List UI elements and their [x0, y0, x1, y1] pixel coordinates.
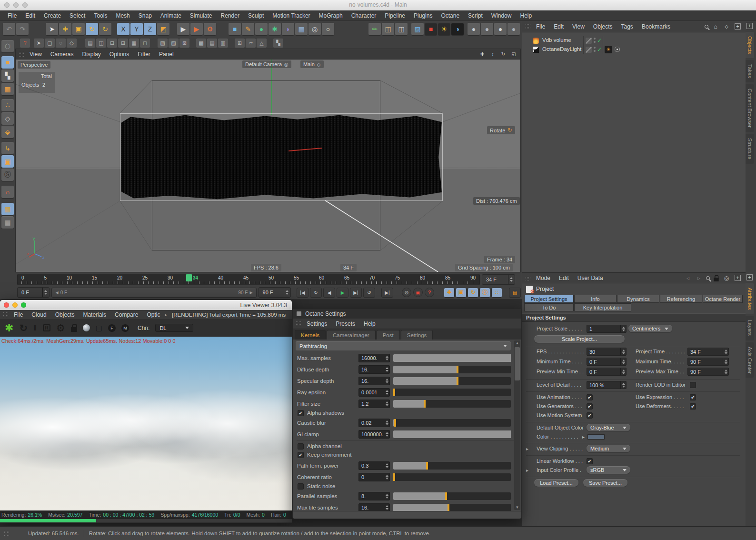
time-value-field[interactable]: 90 F — [687, 358, 729, 366]
window-titlebar[interactable]: no-volumes.c4d - Main — [0, 0, 756, 10]
view-clipping-dropdown[interactable]: Medium — [587, 445, 630, 452]
scrollbar[interactable]: ▲ ▼ — [514, 340, 520, 510]
expand-arrow-icon[interactable]: ▸ — [526, 468, 528, 473]
timeline-tick[interactable]: 55 — [294, 275, 299, 280]
panel-grip-icon[interactable] — [3, 312, 9, 318]
toggle-view-icon[interactable]: ◱ — [510, 51, 517, 57]
object-manager-menu-item[interactable]: Bookmarks — [638, 22, 674, 31]
stepper[interactable] — [620, 381, 626, 389]
next-frame-button[interactable]: ▶| — [350, 288, 362, 298]
mirror-icon[interactable]: ⊠ — [179, 39, 189, 48]
octane-tag-icon[interactable] — [615, 47, 620, 52]
current-frame-field[interactable]: 34 F — [482, 274, 515, 285]
edges-mode-icon[interactable]: ◇ — [1, 112, 14, 125]
rotate-view-icon[interactable]: ↻ — [499, 51, 507, 57]
timeline-tick[interactable]: 5 — [44, 275, 47, 280]
layer-chip[interactable] — [586, 47, 592, 53]
stepper[interactable] — [620, 325, 626, 332]
use-flag-checkbox[interactable]: ✔ — [690, 403, 696, 410]
stepper[interactable] — [620, 348, 626, 355]
render-view-icon[interactable]: ▶ — [177, 23, 189, 35]
goto-start-button[interactable]: |◀ — [297, 288, 308, 298]
timeline-tick[interactable]: 15 — [92, 275, 97, 280]
stepper[interactable] — [384, 419, 389, 427]
time-value-field[interactable]: 0 F — [587, 368, 627, 376]
lock-icon[interactable] — [714, 278, 718, 281]
stepper[interactable] — [723, 358, 728, 365]
menu-item[interactable]: File — [4, 11, 20, 20]
menu-item[interactable]: Tools — [90, 11, 111, 20]
octane-menu-item[interactable]: Presets — [332, 320, 359, 328]
attribute-tab[interactable]: Project Settings — [524, 295, 574, 303]
viewport-canvas[interactable]: Perspective Default Camera Main Total Ob… — [16, 60, 520, 272]
panel-grip-icon[interactable] — [19, 51, 25, 57]
pause-render-icon[interactable]: ‖ — [33, 324, 37, 332]
render-settings-icon[interactable]: ⚙ — [56, 322, 65, 334]
object-manager-menu-item[interactable]: File — [532, 22, 549, 31]
param-value-field[interactable]: 8. — [358, 492, 390, 500]
menu-overflow-icon[interactable]: ▸ — [165, 312, 167, 317]
octane-daylight-icon[interactable]: ☀ — [438, 23, 450, 35]
viewport-menu-item[interactable]: Cameras — [47, 50, 78, 59]
viewport[interactable]: ViewCamerasDisplayOptionsFilterPanel ✚↕↻… — [15, 49, 521, 272]
alpha-shadows-checkbox[interactable]: ✔ — [298, 410, 304, 416]
octane-camera-icon[interactable]: ■ — [425, 23, 437, 35]
render-canvas[interactable]: Check:64ms./2ms. MeshGen:29ms. Update65m… — [0, 337, 292, 510]
param-value-field[interactable]: 16. — [358, 503, 390, 511]
default-color-dropdown[interactable]: Gray-Blue — [587, 424, 630, 431]
param-slider[interactable] — [393, 354, 511, 362]
param-value-field[interactable]: 16000. — [358, 354, 390, 362]
timeline-tick[interactable]: 0 — [21, 275, 24, 280]
x-axis-lock-icon[interactable]: X — [117, 23, 129, 35]
picking-region-icon[interactable]: ▢ — [96, 324, 102, 332]
timeline-tick[interactable]: 70 — [369, 275, 375, 280]
key-pla-button[interactable]: ∷ — [491, 288, 502, 298]
attribute-tab[interactable]: To Do — [524, 303, 574, 311]
octane-tab[interactable]: Kernels — [295, 330, 326, 340]
stepper[interactable] — [723, 368, 728, 375]
object-row-octanedaylight[interactable]: OctaneDayLight ✓ — [522, 45, 746, 54]
play-button[interactable]: ▶ — [337, 288, 348, 298]
dock-tab[interactable]: Axis Center — [746, 342, 754, 378]
polygons-mode-icon[interactable]: ⬙ — [1, 126, 14, 138]
dock-tab[interactable]: Takes — [746, 60, 754, 82]
history-back-icon[interactable] — [684, 275, 692, 281]
timeline-ruler[interactable]: 051015202530344045505560657075808590 — [17, 274, 480, 285]
restart-render-icon[interactable]: ↻ — [19, 322, 28, 334]
octane-logo-icon[interactable]: ✱ — [5, 322, 13, 334]
timeline-tick[interactable]: 25 — [142, 275, 148, 280]
attributes-menu-item[interactable]: Edit — [555, 274, 573, 282]
object-manager-menu-item[interactable]: Tags — [617, 22, 637, 31]
timeline-tick[interactable]: 30 — [168, 275, 173, 280]
attribute-tab[interactable]: Referencing — [660, 295, 702, 303]
layer-chip[interactable] — [586, 38, 592, 44]
panel-grip-icon[interactable] — [525, 275, 531, 281]
lock-workplane-icon[interactable]: ▦ — [1, 203, 14, 215]
live-viewer-menu-item[interactable]: Cloud — [28, 310, 50, 319]
octane-ball-icon[interactable]: ◑ — [451, 23, 464, 35]
project-scale-unit-dropdown[interactable]: Centimeters — [628, 325, 672, 332]
octane-menu-item[interactable]: Help — [360, 320, 379, 328]
save-incremental-icon[interactable]: ◫ — [382, 23, 394, 35]
param-slider[interactable] — [393, 389, 511, 396]
rect-selection-icon[interactable]: ▢ — [45, 39, 55, 48]
rotate-icon[interactable]: ↻ — [86, 23, 98, 35]
menu-item[interactable]: Create — [40, 11, 65, 20]
lock-resolution-icon[interactable] — [71, 327, 77, 332]
y-axis-lock-icon[interactable]: Y — [130, 23, 143, 35]
menu-item[interactable]: Motion Tracker — [269, 11, 314, 20]
menu-item[interactable]: Pipeline — [381, 11, 409, 20]
add-mograph-icon[interactable]: ✱ — [269, 23, 281, 35]
previous-frame-button[interactable]: ◀ — [323, 288, 335, 298]
object-manager-menu-item[interactable]: Objects — [589, 22, 617, 31]
stepper[interactable] — [384, 473, 389, 481]
stepper[interactable] — [384, 377, 389, 385]
object-row-vdb-volume[interactable]: Vdb volume ✓ — [522, 36, 746, 45]
stepper[interactable] — [508, 275, 514, 284]
param-value-field[interactable]: 0 — [358, 473, 390, 481]
focus-picker-icon[interactable]: F — [108, 324, 116, 332]
material-ball-icon[interactable]: ● — [507, 23, 520, 35]
stepper[interactable] — [284, 288, 289, 297]
stepper[interactable] — [620, 358, 626, 365]
timeline-layers-button[interactable]: ▤ — [509, 288, 521, 298]
